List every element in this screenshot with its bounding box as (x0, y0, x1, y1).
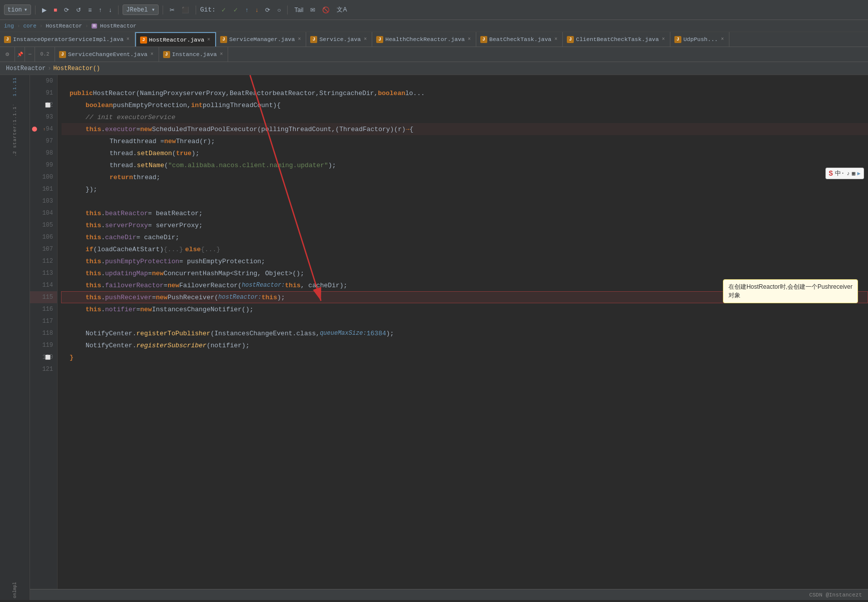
translate-icon[interactable]: 文A (334, 5, 349, 15)
close-icon[interactable]: × (553, 37, 558, 42)
tab-label-instanceoperator: InstanceOperatorServiceImpl.java (13, 36, 124, 43)
pin-button[interactable]: 📌 (15, 47, 25, 62)
code-line-105: this . serverProxy = serverProxy; (62, 219, 868, 231)
tab-clientbeatchecktask[interactable]: J ClientBeatCheckTask.java × (563, 32, 670, 47)
code-line-121 (62, 363, 868, 375)
tab-label-udppush: UdpPush... (683, 36, 718, 43)
fold-icon-120: ⬜ (45, 355, 51, 360)
type-thread2: Thread (176, 138, 200, 145)
var-thread4: thread; (133, 174, 161, 181)
tab-healthcheckreactor[interactable]: J HealthCheckReactor.java × (372, 32, 476, 47)
param-pushempty: pushEmptyProtection, (113, 102, 191, 109)
menu-button[interactable]: ≡ (86, 6, 94, 15)
closing-brace: } (70, 354, 74, 361)
run-button[interactable]: ▶ (40, 6, 49, 15)
tail-button[interactable]: Tail (292, 6, 306, 15)
settings-gear[interactable]: ⚙ (0, 47, 15, 62)
fold-icon-else[interactable]: {...} (201, 246, 220, 253)
nav-pill-hostreactor2[interactable]: HostReactor (100, 23, 137, 29)
toolbar-dropdown-tion[interactable]: tion ▾ (4, 5, 31, 15)
code-line-94: this . executor = new ScheduledThreadPoo… (62, 123, 868, 135)
git-push[interactable]: ↑ (243, 6, 251, 15)
tab-instanceoperator[interactable]: J InstanceOperatorServiceImpl.java × (0, 32, 135, 47)
line-116: 116 (30, 303, 57, 315)
tab-service[interactable]: J Service.java × (306, 32, 372, 47)
git-circle[interactable]: ○ (275, 6, 283, 15)
close-icon[interactable]: × (467, 37, 472, 42)
breadcrumb-hostreactor[interactable]: HostReactor (6, 65, 46, 72)
editor-area[interactable]: 90 91 92 ⬜ 93 94 ↑ 97 98 99 100 + 101 (30, 75, 868, 600)
email-icon[interactable]: ✉ (308, 6, 318, 15)
tab-servicechangeevent[interactable]: J ServiceChangeEvent.java × (55, 47, 159, 62)
git-refresh[interactable]: ⟳ (263, 6, 273, 15)
line-91: 91 (30, 87, 57, 99)
no-icon[interactable]: 🚫 (320, 6, 332, 15)
method-registertopublisher: registerToPublisher (136, 330, 210, 337)
kw-this6: this (86, 270, 101, 277)
nav-pill-hostreactor1[interactable]: HostReactor (46, 23, 82, 29)
git-label: Git: (200, 6, 216, 14)
git-check2[interactable]: ✓ (231, 6, 241, 15)
tab-servicemanager[interactable]: J ServiceManager.java × (216, 32, 306, 47)
kw-this2: this (86, 210, 101, 217)
left-sidebar: 1.1.11 starter:1.1.1` .2 onlmpl (0, 75, 30, 600)
cut-button[interactable]: ✂ (167, 6, 177, 15)
generic1: <String, Object>(); (230, 270, 304, 277)
code-line-101: }); (62, 183, 868, 195)
breakpoint-dot-94 (32, 127, 37, 132)
tab-hostreactor[interactable]: J HostReactor.java × (135, 32, 216, 47)
nav-pill-1[interactable]: ing (4, 23, 14, 29)
tab-beatchecktask[interactable]: J BeatCheckTask.java × (476, 32, 563, 47)
jrebel-dropdown[interactable]: JRebel ▾ (123, 5, 159, 15)
line-112: 112 (30, 255, 57, 267)
method-registersubscriber: registerSubscriber (136, 342, 206, 349)
down-button[interactable]: ↓ (106, 6, 114, 15)
keyword-boolean2: boolean (86, 102, 113, 109)
line-106: 106 (30, 231, 57, 243)
code-line-92: boolean pushEmptyProtection, int polling… (62, 99, 868, 111)
minus-button[interactable]: − (25, 47, 35, 62)
code-line-100: return thread; (62, 171, 868, 183)
java-icon: J (567, 36, 574, 43)
tab-instance[interactable]: J Instance.java × (159, 47, 229, 62)
git-fetch[interactable]: ↓ (253, 6, 261, 15)
undo-button[interactable]: ↺ (74, 6, 84, 15)
dropdown-label: tion (8, 7, 22, 14)
close-icon[interactable]: × (150, 52, 155, 57)
toolbar-sep-1 (35, 6, 36, 15)
dot11: . (133, 342, 137, 349)
build-button[interactable]: ⟳ (62, 6, 72, 15)
field-cachedir: cacheDir (105, 234, 136, 241)
close-icon[interactable]: × (720, 37, 725, 42)
hint-hostreactor2: hostReactor: (218, 294, 261, 301)
close-icon[interactable]: × (297, 37, 302, 42)
param-polling: pollingThreadCount (203, 102, 273, 109)
close-icon[interactable]: × (206, 37, 211, 43)
code-lines[interactable]: public HostReactor ( NamingProxy serverP… (58, 75, 868, 600)
kw-this3: this (86, 222, 101, 229)
tab-label-clientbeatchecktask: ClientBeatCheckTask.java (576, 36, 659, 43)
number-16384: 16384 (367, 330, 386, 337)
type-thread: Thread (110, 138, 133, 145)
paren2: ( (335, 126, 339, 133)
git-check1[interactable]: ✓ (219, 6, 229, 15)
close-push: ); (277, 294, 285, 301)
close-icon[interactable]: × (363, 37, 368, 42)
copy-button[interactable]: ⬛ (179, 6, 192, 15)
close-brace1: }); (86, 186, 97, 193)
kw-this8: this (285, 282, 301, 289)
stop-button[interactable]: ■ (51, 6, 60, 15)
close-icon[interactable]: × (126, 37, 131, 42)
tab-udppush[interactable]: J UdpPush... × (670, 32, 729, 47)
nav-pill-core[interactable]: core (23, 23, 36, 29)
line-107: + 107 (30, 243, 57, 255)
up-button[interactable]: ↑ (96, 6, 104, 15)
breadcrumb-method[interactable]: HostReactor() (53, 65, 100, 72)
close-icon[interactable]: × (219, 52, 224, 57)
assign7: = (164, 282, 168, 289)
fold-icon-92: ⬜ (45, 103, 51, 108)
fold-icon-if-true[interactable]: {...} (164, 246, 183, 253)
code-line-103 (62, 195, 868, 207)
type-notifycenter2: NotifyCenter (86, 342, 133, 349)
close-icon[interactable]: × (661, 37, 666, 42)
